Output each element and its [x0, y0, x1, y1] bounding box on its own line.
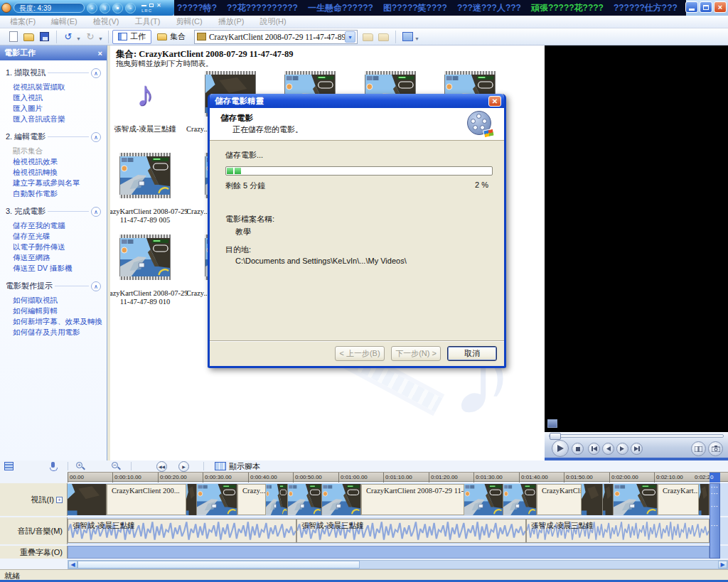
video-clip-thumb[interactable] [503, 484, 537, 515]
collapse-chevron-icon[interactable]: ∧ [91, 207, 101, 217]
task-link-import-audio[interactable]: 匯入音訊或音樂 [13, 114, 101, 124]
audio-track-content[interactable]: 張智成-凌晨三點鐘 張智成-凌晨三點鐘 張智成-凌晨三點鐘 [68, 517, 728, 544]
tip-link-titles-effects[interactable]: 如何新增字幕、效果及轉換 [13, 316, 101, 327]
video-track-content[interactable]: CrazyKartClient 200... Crazy... CrazyKar… [68, 483, 728, 516]
tasks-pane-close-icon[interactable]: × [98, 49, 102, 58]
title-overlay-clip[interactable] [68, 546, 710, 559]
menu-play[interactable]: 播放(P) [218, 16, 245, 27]
title-track-content[interactable] [68, 546, 728, 559]
menu-clip[interactable]: 剪輯(C) [176, 16, 202, 27]
scrollbar-thumb[interactable] [77, 561, 360, 568]
up-level-icon[interactable] [362, 31, 375, 43]
video-clip-thumb[interactable] [699, 484, 710, 515]
audio-clip[interactable]: 張智成-凌晨三點鐘 [526, 519, 710, 543]
collapse-chevron-icon[interactable]: ∧ [91, 281, 101, 291]
video-clip-thumb[interactable] [603, 484, 614, 515]
tip-link-capture[interactable]: 如何擷取視訊 [13, 295, 101, 306]
mini-music-player[interactable]: 長度: 4:39 « || ■ » ✕ LRC [0, 0, 174, 16]
collections-button[interactable]: 集合 [151, 30, 191, 44]
video-clip-thumb[interactable] [288, 484, 322, 515]
video-clip[interactable]: CrazyKart... [658, 484, 699, 515]
save-project-icon[interactable] [38, 31, 51, 43]
back-frame-button[interactable] [602, 443, 614, 455]
player-minimize-icon[interactable] [141, 5, 146, 6]
task-link-import-video[interactable]: 匯入視訊 [13, 92, 101, 103]
views-button[interactable]: ▼ [400, 30, 424, 44]
video-clip-thumb[interactable] [68, 484, 107, 515]
scroll-right-icon[interactable]: ▶ [718, 561, 727, 568]
new-collection-icon[interactable] [378, 31, 390, 43]
player-next-button[interactable]: » [125, 3, 136, 14]
task-link-view-effects[interactable]: 檢視視訊效果 [13, 156, 101, 167]
video-clip[interactable]: Crazy... [237, 484, 266, 515]
rewind-timeline-button[interactable]: ◀◀ [156, 461, 167, 472]
open-project-icon[interactable] [23, 31, 36, 43]
task-link-capture-device[interactable]: 從視訊裝置擷取 [13, 82, 101, 92]
take-picture-button[interactable] [708, 441, 723, 456]
collection-combobox[interactable]: CrazyKartClient 2008-07-29 11-47-47-89 ▼ [194, 30, 358, 44]
tip-link-edit[interactable]: 如何編輯剪輯 [13, 306, 101, 316]
player-close-icon[interactable]: ✕ [156, 3, 161, 9]
close-button[interactable]: × [714, 1, 727, 13]
video-clip-thumb[interactable] [197, 484, 237, 515]
undo-dropdown-icon[interactable]: ▼ [76, 36, 81, 41]
timeline-ruler[interactable]: 00.00 0:00:10.00 0:00:20.00 0:00:30.00 0… [68, 472, 728, 482]
play-button[interactable] [552, 440, 569, 457]
combo-dropdown-icon[interactable]: ▼ [345, 31, 355, 43]
video-clip[interactable]: CrazyKartClient 200... [107, 484, 186, 515]
video-clip[interactable]: CrazyKartClient 2008-07-29 11-... [361, 484, 464, 515]
collapse-chevron-icon[interactable]: ∧ [91, 132, 101, 142]
show-storyboard-button[interactable]: 顯示腳本 [212, 461, 263, 472]
video-clip-thumb[interactable] [464, 484, 503, 515]
redo-icon[interactable]: ↻ [84, 31, 97, 43]
menu-tools[interactable]: 工具(T) [134, 16, 160, 27]
video-clip-thumb[interactable] [582, 484, 603, 515]
menu-view[interactable]: 檢視(V) [93, 16, 119, 27]
audio-clip[interactable]: 張智成-凌晨三點鐘 [68, 519, 296, 543]
expand-track-icon[interactable]: + [56, 497, 63, 503]
undo-icon[interactable]: ↺ [62, 31, 75, 43]
task-link-save-cd[interactable]: 儲存至光碟 [13, 231, 101, 242]
new-project-icon[interactable] [7, 31, 20, 43]
scroll-left-icon[interactable]: ◀ [68, 561, 77, 568]
player-stop-button[interactable]: ■ [112, 3, 123, 14]
task-link-save-computer[interactable]: 儲存至我的電腦 [13, 220, 101, 231]
collection-item-video[interactable] [119, 235, 171, 280]
menu-edit[interactable]: 編輯(E) [51, 16, 77, 27]
seek-bar[interactable] [549, 434, 724, 438]
minimize-button[interactable] [685, 1, 698, 13]
zoom-out-icon[interactable]: − [112, 462, 123, 471]
next-frame-button[interactable] [631, 443, 643, 455]
audio-clip[interactable]: 張智成-凌晨三點鐘 [296, 519, 526, 543]
task-link-send-web[interactable]: 傳送至網路 [13, 252, 101, 263]
zoom-in-icon[interactable]: + [76, 462, 87, 471]
collapse-chevron-icon[interactable]: ∧ [91, 68, 101, 78]
player-maximize-icon[interactable] [149, 4, 154, 7]
task-link-view-transitions[interactable]: 檢視視訊轉換 [13, 167, 101, 178]
timeline-end-marker[interactable]: ············ [710, 483, 720, 559]
menu-help[interactable]: 說明(H) [259, 16, 286, 27]
previous-frame-button[interactable] [588, 443, 600, 455]
cancel-button[interactable]: 取消 [447, 346, 497, 361]
player-prev-button[interactable]: « [87, 3, 97, 14]
player-pause-button[interactable]: || [100, 3, 110, 14]
redo-dropdown-icon[interactable]: ▼ [98, 36, 103, 41]
tasks-button[interactable]: 工作 [112, 30, 151, 44]
restore-button[interactable] [700, 1, 712, 13]
audio-levels-icon[interactable] [4, 462, 16, 471]
task-link-send-dv[interactable]: 傳送至 DV 攝影機 [13, 263, 101, 274]
video-clip-thumb[interactable] [266, 484, 288, 515]
narrate-mic-icon[interactable] [48, 462, 60, 471]
collection-item-video[interactable] [119, 153, 171, 198]
task-link-make-titles[interactable]: 建立字幕或參與名單 [13, 178, 101, 188]
video-clip-thumb[interactable] [186, 484, 197, 515]
split-clip-button[interactable] [691, 441, 706, 456]
task-link-send-email[interactable]: 以電子郵件傳送 [13, 242, 101, 252]
video-clip-thumb[interactable] [614, 484, 658, 515]
task-link-auto-movie[interactable]: 自動製作電影 [13, 188, 101, 199]
video-clip[interactable]: CrazyKartClient 200... [537, 484, 582, 515]
play-timeline-button[interactable]: ▶ [178, 461, 189, 472]
seek-thumb[interactable] [550, 433, 561, 440]
dialog-title-bar[interactable]: 儲存電影精靈 ✕ [210, 94, 504, 108]
dialog-close-icon[interactable]: ✕ [488, 96, 501, 107]
